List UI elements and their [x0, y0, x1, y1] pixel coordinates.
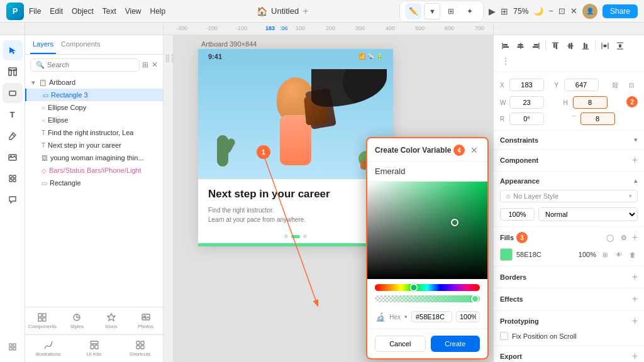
bottom-tab-uikits[interactable]: UI Kits — [71, 337, 117, 359]
rectangle-tool[interactable] — [3, 83, 23, 103]
close-icon[interactable]: ✕ — [570, 6, 577, 16]
svg-rect-8 — [9, 179, 12, 182]
hex-arrow[interactable]: ▾ — [404, 314, 408, 320]
bottom-tab-illustrations[interactable]: Illustrations — [25, 337, 71, 359]
constraints-chevron[interactable]: ▾ — [634, 136, 638, 144]
share-button[interactable]: Share — [602, 4, 638, 18]
cancel-button[interactable]: Cancel — [375, 336, 426, 352]
layer-rectangle[interactable]: ▭ Rectangle — [25, 177, 163, 189]
bottom-tab-photos[interactable]: Photos — [128, 310, 163, 332]
fill-visibility-icon[interactable]: 👁 — [614, 250, 624, 260]
overflow-align-icon[interactable]: ⋮ — [499, 54, 513, 68]
phone-time: 9:41 — [208, 53, 222, 60]
moon-icon[interactable]: 🌙 — [533, 6, 543, 16]
sparkle-tool[interactable]: ✦ — [462, 3, 478, 19]
dist-h-icon[interactable] — [598, 39, 612, 53]
left-tab-components[interactable] — [3, 337, 23, 357]
tab-components[interactable]: Components — [56, 35, 105, 54]
close-panel-icon[interactable]: ✕ — [152, 57, 158, 72]
bottom-tab-icons[interactable]: Icons — [94, 310, 129, 332]
image-tool[interactable] — [3, 147, 23, 167]
bottom-tab-components[interactable]: Components — [25, 310, 60, 332]
eyedropper-button[interactable]: 🔬 — [375, 310, 386, 324]
layer-text1[interactable]: T Find the right instructor, Lea — [25, 126, 163, 139]
align-center-h-icon[interactable] — [514, 39, 528, 53]
home-icon[interactable]: 🏠 — [257, 6, 267, 16]
align-middle-v-icon[interactable] — [564, 39, 577, 53]
align-bottom-icon[interactable] — [579, 39, 592, 53]
y-input[interactable] — [564, 79, 599, 91]
grid-tool[interactable]: ⊞ — [443, 3, 459, 19]
bottom-tab-shortcuts[interactable]: Shortcuts — [117, 337, 163, 359]
search-input-wrapper: 🔍 — [30, 58, 140, 72]
layer-image[interactable]: 🖼 young woman imagining thin... — [25, 151, 163, 164]
prototyping-add-icon[interactable]: + — [632, 315, 638, 327]
blend-mode-select[interactable]: Normal — [538, 207, 638, 221]
menu-text[interactable]: Text — [103, 7, 116, 16]
fill-color-swatch[interactable] — [500, 248, 513, 261]
menu-object[interactable]: Object — [72, 7, 94, 16]
layer-rectangle3[interactable]: ▭ Rectangle 3 — [25, 89, 163, 101]
edit-tool[interactable]: ✏️ — [405, 3, 421, 19]
tab-layers[interactable]: Layers — [30, 35, 56, 54]
comment-tool[interactable] — [3, 190, 23, 210]
text-tool[interactable]: T — [3, 104, 23, 124]
link-dimensions-icon[interactable]: ⛓ — [609, 77, 621, 92]
hex-opacity-input[interactable] — [456, 311, 480, 322]
grid-view-button[interactable]: ⊞ — [501, 6, 508, 16]
pen-tool[interactable] — [3, 126, 23, 146]
layer-style-select[interactable]: No Layer Style — [513, 192, 626, 200]
align-left-icon[interactable] — [499, 39, 513, 53]
h-input[interactable] — [573, 96, 608, 109]
layer-ellipse-copy[interactable]: ○ Ellipse Copy — [25, 101, 163, 114]
svg-rect-22 — [91, 341, 98, 344]
filter-icon[interactable]: ⊞ — [142, 57, 149, 72]
w-input[interactable] — [509, 96, 544, 109]
corner-radius-input[interactable] — [580, 112, 615, 125]
menu-edit[interactable]: Edit — [50, 7, 63, 16]
fill-style-icon[interactable]: ⊞ — [600, 250, 610, 260]
create-button[interactable]: Create — [431, 336, 480, 352]
play-button[interactable]: ▶ — [489, 6, 496, 16]
resize-icon[interactable]: ⊡ — [625, 77, 638, 92]
component-add-icon[interactable]: + — [632, 155, 638, 166]
menu-file[interactable]: File — [29, 7, 41, 16]
color-name-input[interactable] — [367, 162, 487, 182]
fill-delete-icon[interactable]: 🗑 — [628, 250, 638, 260]
layer-artboard[interactable]: ▼ 📋 Artboard — [25, 76, 163, 89]
component-tool[interactable] — [3, 168, 23, 189]
align-top-icon[interactable] — [548, 39, 562, 53]
hue-slider[interactable] — [375, 284, 480, 291]
r-input[interactable] — [509, 112, 544, 125]
minimize-icon[interactable]: − — [548, 6, 553, 16]
add-tab-button[interactable]: + — [303, 6, 308, 17]
appearance-chevron[interactable]: ▴ — [634, 177, 638, 185]
effects-add-icon[interactable]: + — [632, 293, 638, 305]
opacity-slider[interactable] — [375, 295, 480, 302]
menu-view[interactable]: View — [125, 7, 142, 16]
layer-ellipse[interactable]: ○ Ellipse — [25, 114, 163, 126]
hex-value-input[interactable] — [411, 311, 452, 322]
search-input[interactable] — [47, 61, 134, 69]
dropdown-tool[interactable]: ▼ — [424, 3, 440, 19]
x-input[interactable] — [509, 79, 544, 91]
dialog-close-button[interactable]: ✕ — [469, 145, 480, 156]
dist-v-icon[interactable] — [613, 39, 627, 53]
fill-add-icon[interactable]: + — [632, 232, 638, 243]
fill-solid-icon[interactable]: ◯ — [604, 232, 616, 243]
opacity-input[interactable] — [500, 208, 535, 221]
bottom-tab-styles[interactable]: Styles — [60, 310, 94, 332]
fix-position-checkbox[interactable] — [500, 332, 508, 340]
align-right-icon[interactable] — [529, 39, 543, 53]
select-tool[interactable] — [3, 40, 23, 60]
fill-settings-icon[interactable]: ⚙ — [618, 232, 630, 243]
export-add-icon[interactable]: + — [632, 351, 638, 362]
layer-text2[interactable]: T Next step in your career — [25, 139, 163, 151]
frame-tool[interactable] — [3, 62, 23, 82]
svg-rect-41 — [556, 43, 558, 49]
color-gradient-picker[interactable] — [367, 182, 487, 279]
expand-icon[interactable]: ⊡ — [558, 6, 565, 16]
layer-bars[interactable]: ◇ Bars/Status Bars/iPhone/Light — [25, 164, 163, 177]
borders-add-icon[interactable]: + — [632, 272, 638, 283]
menu-help[interactable]: Help — [150, 7, 166, 16]
